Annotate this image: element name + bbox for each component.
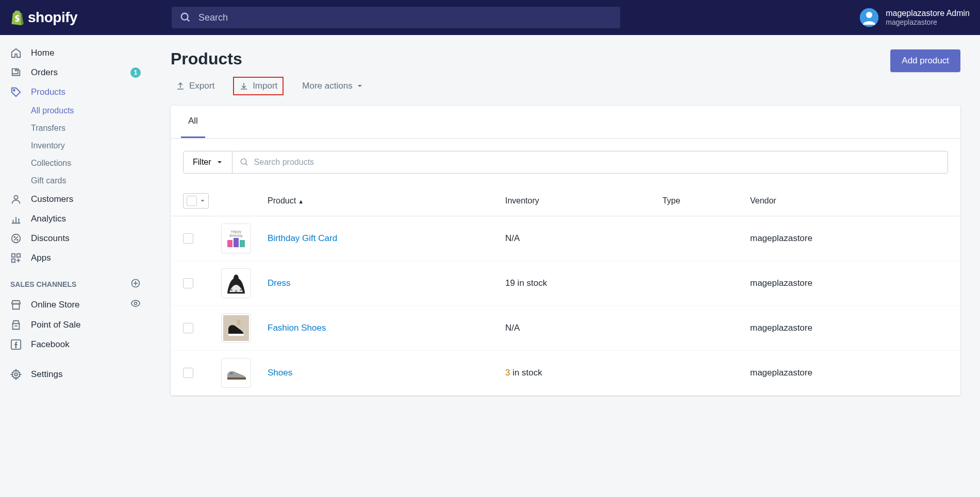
caret-down-icon bbox=[357, 83, 363, 89]
table-row[interactable]: Fashion Shoes N/A mageplazastore bbox=[171, 306, 960, 351]
product-link[interactable]: Birthday Gift Card bbox=[268, 233, 337, 243]
product-link[interactable]: Dress bbox=[268, 278, 290, 288]
table-row[interactable]: HappyBirthday Birthday Gift Card N/A mag… bbox=[171, 216, 960, 261]
export-icon bbox=[176, 81, 185, 91]
svg-point-0 bbox=[181, 13, 188, 20]
nav-online-store-label: Online Store bbox=[31, 300, 80, 310]
svg-rect-22 bbox=[227, 240, 232, 247]
discounts-icon bbox=[10, 233, 22, 244]
caret-down-icon bbox=[217, 159, 223, 165]
type-cell bbox=[656, 261, 744, 306]
home-icon bbox=[10, 47, 22, 59]
col-vendor[interactable]: Vendor bbox=[744, 186, 960, 216]
search-bar[interactable] bbox=[172, 7, 620, 28]
tabs: All bbox=[171, 106, 960, 139]
table-row[interactable]: Shoes 3 in stock mageplazastore bbox=[171, 351, 960, 396]
col-inventory[interactable]: Inventory bbox=[499, 186, 656, 216]
customers-icon bbox=[10, 194, 22, 205]
view-store-icon[interactable] bbox=[130, 298, 141, 311]
shopify-bag-icon bbox=[10, 10, 25, 25]
nav-settings-label: Settings bbox=[31, 369, 62, 380]
more-actions-button[interactable]: More actions bbox=[297, 78, 368, 94]
nav-home[interactable]: Home bbox=[0, 43, 151, 63]
svg-point-3 bbox=[866, 12, 872, 18]
subnav-all-products[interactable]: All products bbox=[31, 102, 151, 119]
add-channel-icon[interactable] bbox=[130, 278, 141, 290]
products-table: Product▲ Inventory Type Vendor HappyBirt… bbox=[171, 186, 960, 396]
nav-products[interactable]: Products bbox=[0, 82, 151, 102]
nav-pos[interactable]: Point of Sale bbox=[0, 315, 151, 335]
svg-point-5 bbox=[14, 196, 18, 199]
import-button[interactable]: Import bbox=[233, 77, 284, 95]
pos-icon bbox=[10, 319, 22, 331]
page-actions: Export Import More actions bbox=[171, 77, 368, 95]
vendor-cell: mageplazastore bbox=[744, 306, 960, 351]
inventory-cell: N/A bbox=[499, 306, 656, 351]
product-thumbnail bbox=[221, 313, 251, 343]
svg-point-35 bbox=[230, 372, 233, 374]
nav-online-store[interactable]: Online Store bbox=[0, 294, 151, 315]
search-icon bbox=[180, 12, 191, 23]
user-store: mageplazastore bbox=[886, 18, 970, 26]
page-header: Products Export Import More actions bbox=[171, 49, 960, 95]
user-menu[interactable]: mageplazastore Admin mageplazastore bbox=[860, 8, 970, 27]
product-search-input[interactable] bbox=[254, 151, 940, 173]
col-type[interactable]: Type bbox=[656, 186, 744, 216]
settings-icon bbox=[10, 369, 22, 380]
avatar bbox=[860, 8, 878, 27]
product-link[interactable]: Fashion Shoes bbox=[268, 323, 326, 333]
row-checkbox[interactable] bbox=[183, 323, 193, 333]
svg-point-28 bbox=[230, 289, 232, 291]
nav-discounts[interactable]: Discounts bbox=[0, 229, 151, 248]
subnav-collections[interactable]: Collections bbox=[31, 155, 151, 172]
row-checkbox[interactable] bbox=[183, 278, 193, 288]
sort-asc-icon: ▲ bbox=[298, 198, 304, 204]
vendor-cell: mageplazastore bbox=[744, 351, 960, 396]
top-bar: shopify mageplazastore Admin mageplazast… bbox=[0, 0, 980, 35]
products-subnav: All products Transfers Inventory Collect… bbox=[0, 102, 151, 190]
vendor-cell: mageplazastore bbox=[744, 216, 960, 261]
table-row[interactable]: Dress 19 in stock mageplazastore bbox=[171, 261, 960, 306]
subnav-gift-cards[interactable]: Gift cards bbox=[31, 172, 151, 190]
subnav-inventory[interactable]: Inventory bbox=[31, 137, 151, 155]
nav-apps[interactable]: Apps bbox=[0, 248, 151, 268]
subnav-transfers[interactable]: Transfers bbox=[31, 119, 151, 137]
svg-text:Happy: Happy bbox=[231, 230, 242, 234]
vendor-cell: mageplazastore bbox=[744, 261, 960, 306]
product-thumbnail bbox=[221, 358, 251, 388]
logo[interactable]: shopify bbox=[10, 9, 151, 26]
export-button[interactable]: Export bbox=[171, 78, 220, 94]
main-content: Products Export Import More actions bbox=[151, 35, 980, 497]
inventory-cell: 19 in stock bbox=[499, 261, 656, 306]
svg-point-19 bbox=[241, 159, 246, 164]
row-checkbox[interactable] bbox=[183, 233, 193, 244]
nav-analytics[interactable]: Analytics bbox=[0, 209, 151, 229]
product-thumbnail: HappyBirthday bbox=[221, 224, 251, 253]
row-checkbox[interactable] bbox=[183, 368, 193, 378]
nav-apps-label: Apps bbox=[31, 253, 51, 263]
nav-home-label: Home bbox=[31, 48, 54, 58]
tab-all[interactable]: All bbox=[181, 106, 205, 138]
add-product-button[interactable]: Add product bbox=[890, 49, 960, 72]
search-wrap bbox=[172, 7, 620, 28]
select-all-checkbox[interactable] bbox=[183, 193, 209, 209]
product-thumbnail bbox=[221, 268, 251, 298]
svg-point-16 bbox=[135, 302, 137, 305]
svg-rect-12 bbox=[12, 259, 15, 262]
product-link[interactable]: Shoes bbox=[268, 368, 292, 378]
svg-line-1 bbox=[187, 19, 190, 22]
filter-button[interactable]: Filter bbox=[184, 151, 232, 173]
nav-products-label: Products bbox=[31, 87, 65, 97]
inventory-cell: 3 in stock bbox=[499, 351, 656, 396]
user-text: mageplazastore Admin mageplazastore bbox=[886, 9, 970, 26]
nav-customers[interactable]: Customers bbox=[0, 190, 151, 209]
svg-text:Birthday: Birthday bbox=[229, 234, 243, 238]
global-search-input[interactable] bbox=[198, 12, 612, 23]
product-search bbox=[232, 151, 948, 173]
nav-settings[interactable]: Settings bbox=[0, 365, 151, 384]
store-icon bbox=[10, 299, 22, 311]
svg-line-20 bbox=[245, 163, 247, 165]
nav-orders[interactable]: Orders 1 bbox=[0, 63, 151, 82]
col-product[interactable]: Product▲ bbox=[261, 186, 499, 216]
nav-facebook[interactable]: Facebook bbox=[0, 335, 151, 354]
